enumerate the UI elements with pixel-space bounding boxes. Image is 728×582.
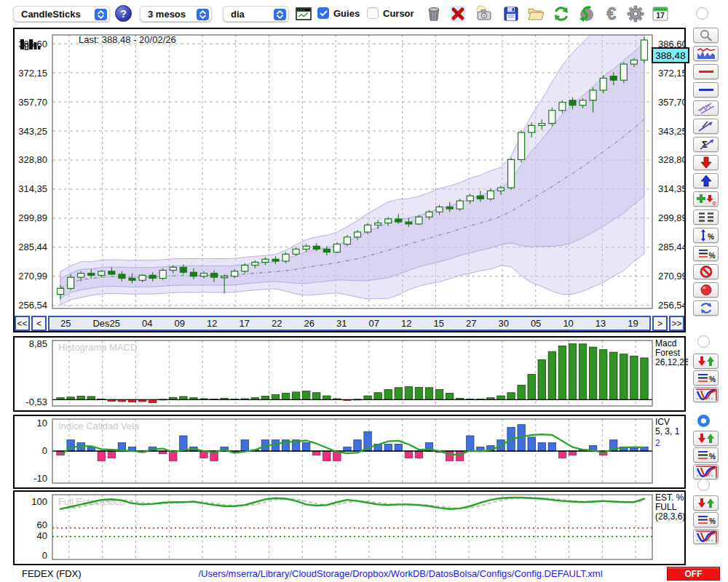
period-value: 3 mesos	[148, 9, 186, 20]
percent-lines-icon: %	[696, 372, 716, 384]
calendar-day: 17	[656, 11, 665, 20]
svg-text:343,25: 343,25	[658, 126, 684, 137]
tools-sidebar: Σ %	[688, 0, 728, 582]
svg-text:€: €	[607, 4, 617, 23]
symbol-label: FEDEX (FDX)	[22, 568, 82, 579]
stochastic-params-label: EST. % FULL (28,3,6)	[655, 493, 686, 522]
checkbox-checked-icon	[317, 7, 329, 19]
guies-checkbox[interactable]: Guies	[317, 7, 360, 19]
updown-arrows-icon	[696, 432, 716, 445]
gear-icon	[626, 4, 645, 23]
macd-params-label: Macd Forest 26,12,26	[655, 339, 686, 367]
chevron-updown-icon	[274, 9, 286, 20]
nav-next-button[interactable]: >	[652, 316, 668, 331]
period-select[interactable]: 3 mesos	[140, 6, 212, 22]
channel-tool-button[interactable]	[693, 100, 719, 116]
delete-button[interactable]	[448, 4, 468, 23]
svg-text:343,25: 343,25	[18, 126, 47, 137]
svg-text:314,35: 314,35	[658, 183, 684, 194]
top-radio[interactable]	[696, 7, 708, 20]
icv-percent-button[interactable]: %	[693, 447, 719, 463]
app-window: CandleSticks ? 3 mesos dia	[0, 0, 728, 582]
nav-prev-button[interactable]: <	[31, 316, 47, 331]
record-tool-button[interactable]	[693, 282, 719, 298]
sigma-trend-icon: Σ	[697, 137, 716, 151]
indicator-chart-button[interactable]	[693, 46, 719, 61]
svg-text:8,85: 8,85	[29, 338, 47, 349]
date-tick-label: 25	[60, 318, 71, 329]
dashed-lines-tool-button[interactable]	[693, 210, 719, 225]
svg-text:372,15: 372,15	[658, 68, 684, 79]
date-tick-label: 19	[628, 318, 638, 329]
svg-text:%: %	[708, 252, 715, 260]
interval-select[interactable]: dia	[223, 6, 289, 22]
svg-text:%: %	[709, 375, 716, 383]
forbidden-tool-button[interactable]	[693, 264, 719, 279]
date-tick-label: 31	[336, 318, 347, 329]
blue-line-tool-button[interactable]	[693, 82, 719, 97]
config-path-link[interactable]: /Users/mserra/Library/CloudStorage/Dropb…	[167, 568, 633, 579]
refresh-pair-tool-button[interactable]	[693, 300, 719, 316]
calendar-button[interactable]: 17	[650, 4, 670, 23]
camera-button[interactable]	[474, 4, 494, 23]
svg-text:%: %	[709, 453, 716, 461]
stoch-percent-button[interactable]: %	[693, 512, 719, 527]
trash-button[interactable]	[424, 4, 444, 23]
off-button[interactable]: OFF	[667, 567, 720, 581]
icv-params-label: ICV 5, 3, 1 2	[655, 418, 686, 448]
icv-radio[interactable]	[697, 415, 710, 427]
date-navigation: << < 25Des250409121722263107121527300510…	[15, 316, 684, 331]
trend-arrow-tool-button[interactable]	[693, 119, 719, 134]
macd-radio[interactable]	[697, 335, 710, 348]
refresh-button[interactable]	[551, 4, 571, 23]
vertical-percent-tool-button[interactable]: %	[693, 228, 719, 243]
stoch-curve-button[interactable]	[693, 529, 719, 544]
settings-button[interactable]	[625, 4, 646, 23]
stochastic-radio[interactable]	[697, 479, 710, 491]
camera-icon	[475, 5, 494, 23]
svg-text:0: 0	[42, 445, 47, 456]
arrow-down-tool-button[interactable]	[693, 155, 719, 170]
open-folder-icon	[526, 5, 545, 23]
svg-text:%: %	[708, 233, 714, 241]
date-tick-label: 26	[304, 318, 314, 329]
lines-percent-tool-button[interactable]: %	[693, 246, 719, 261]
date-scroll-strip[interactable]: 25Des2504091217222631071215273005101319	[48, 316, 651, 331]
open-button[interactable]	[526, 4, 546, 23]
current-price-badge: 388,48	[652, 47, 689, 63]
red-line-tool-button[interactable]	[693, 64, 719, 79]
svg-text:60: 60	[37, 519, 47, 530]
zoom-tool-button[interactable]	[693, 28, 719, 43]
date-tick-label: 22	[272, 318, 282, 329]
help-button[interactable]: ?	[115, 5, 132, 22]
add-marker-tool-button[interactable]	[693, 191, 719, 207]
chart-window-button[interactable]	[293, 4, 314, 23]
currency-button[interactable]: €	[601, 4, 622, 23]
icv-curve-button[interactable]	[693, 464, 719, 479]
icv-updown-button[interactable]	[693, 431, 719, 446]
macd-updown-button[interactable]	[693, 354, 719, 369]
date-tick-label: 04	[142, 318, 152, 329]
chart-type-select[interactable]: CandleSticks	[13, 6, 110, 22]
date-tick-label: 07	[368, 318, 379, 329]
checkbox-unchecked-icon	[367, 7, 379, 19]
refresh-icon	[552, 4, 571, 23]
macd-percent-button[interactable]: %	[693, 370, 719, 386]
sum-trend-tool-button[interactable]: Σ	[693, 137, 719, 152]
dashed-lines-icon	[697, 210, 716, 224]
nav-last-button[interactable]: >>	[669, 316, 684, 331]
svg-text:0: 0	[42, 550, 47, 561]
price-plot: 386,60386,60372,15372,15357,70357,70343,…	[15, 29, 684, 316]
chevron-updown-icon	[197, 9, 209, 20]
toolbar: CandleSticks ? 3 mesos dia	[0, 0, 728, 26]
save-button[interactable]	[501, 4, 521, 23]
arrow-up-tool-button[interactable]	[693, 173, 719, 188]
nav-first-button[interactable]: <<	[15, 316, 30, 331]
cursor-checkbox[interactable]: Cursor	[367, 7, 414, 19]
macd-curve-button[interactable]	[693, 387, 719, 402]
undo-button[interactable]	[576, 4, 596, 23]
stoch-updown-button[interactable]	[693, 495, 719, 511]
trash-icon	[425, 5, 443, 23]
svg-text:314,35: 314,35	[18, 183, 47, 194]
svg-text:357,70: 357,70	[658, 97, 684, 108]
